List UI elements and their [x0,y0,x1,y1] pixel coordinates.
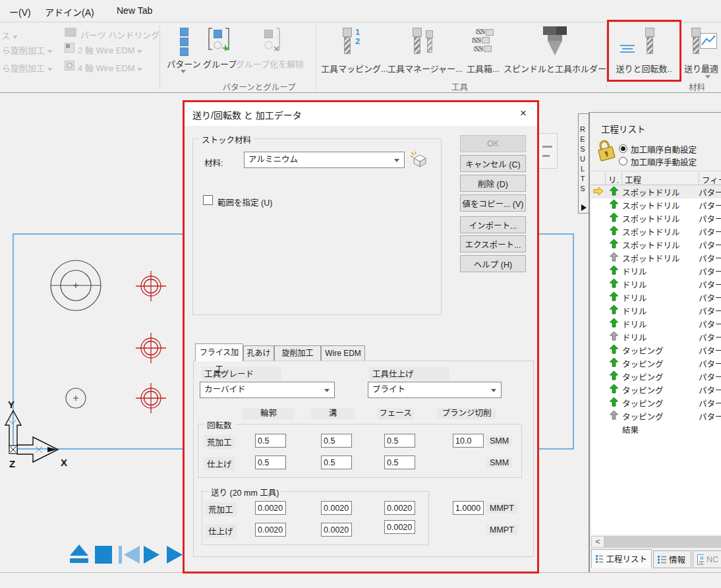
feed-rough-plunge-input[interactable] [453,501,484,515]
operation-name: 結果 [622,423,699,436]
tool-finish-dropdown[interactable]: ブライト [368,382,502,398]
process-row[interactable]: タッピング パターン [591,357,721,370]
copy-values-button[interactable]: 値をコピー... (V) [460,194,526,212]
pattern-button[interactable]: パターン [163,57,204,70]
process-row[interactable]: ドリル パターン [591,278,721,291]
feed-finish-slot-input[interactable] [321,523,352,537]
material-library-icon[interactable] [410,151,427,168]
pattern-dropdown-icon[interactable] [181,70,186,73]
speed-rough-face-input[interactable] [384,434,415,448]
close-button[interactable]: × [509,102,537,125]
header-list[interactable]: リ. [606,171,622,185]
process-row[interactable]: タッピング パターン [591,370,721,383]
feeds-unit-finish: MMPT [486,525,517,535]
order-manual-radio[interactable] [619,157,627,165]
coordinate-axes: Y Z X [5,399,67,469]
wire-edm-2axis-icon [65,43,74,53]
range-checkbox[interactable] [203,195,213,205]
play-to-end-button[interactable] [167,546,183,564]
tab-nc[interactable]: G NC [693,550,721,568]
play-button[interactable] [144,546,159,564]
process-row[interactable]: スポットドリル パターン [591,225,721,238]
cancel-button[interactable]: キャンセル (C) [460,155,526,172]
status-arrow-icon [606,252,622,264]
results-tab[interactable]: RESULTS [578,113,589,214]
tab-process-list-label: 工程リスト [606,552,647,565]
stop-button[interactable] [95,546,112,564]
horizontal-scrollbar[interactable]: < [591,536,721,548]
current-operation-marker [591,252,606,264]
tab-drilling[interactable]: 孔あけ [243,345,274,361]
import-button[interactable]: インポート... [460,216,526,233]
speed-finish-contour-input[interactable] [255,456,286,469]
tool-mapping-button[interactable]: 工具マッピング... [321,62,387,74]
tool-box-button[interactable]: 工具箱... [460,62,506,74]
feeds-unit-rough: MMPT [486,503,517,514]
group-button[interactable]: グループ [203,57,236,70]
feed-rough-face-input[interactable] [384,501,415,515]
operation-name: スポットドリル [622,186,699,198]
tool-grade-dropdown[interactable]: カーバイド [200,382,335,398]
process-row[interactable]: ドリル パターン [591,330,721,343]
dialog-titlebar[interactable]: 送り/回転数 と 加工データ × [185,102,537,126]
export-button[interactable]: エクスポート... [460,235,526,252]
process-row[interactable]: スポットドリル パターン [591,212,721,225]
process-row[interactable]: ドリル パターン [591,304,721,317]
process-row[interactable]: スポットドリル パターン [591,238,721,251]
tool-manager-button[interactable]: 工具マネージャー... [388,62,460,74]
speed-finish-slot-input[interactable] [321,456,352,469]
process-row[interactable]: ドリル パターン [591,264,721,278]
menu-view[interactable]: ー(V) [9,5,31,18]
delete-button[interactable]: 削除 (D) [460,175,526,192]
tab-milling[interactable]: フライス加工 [195,343,243,361]
process-grid-header: リ. 工程 フィーチャー [591,171,721,185]
column-contour: 輪郭 [243,408,295,419]
header-feature[interactable]: フィーチャー [699,171,721,185]
operation-name: ドリル [622,331,699,343]
feature-name: パターン [699,344,721,357]
process-row[interactable]: タッピング パターン [591,383,721,396]
pattern-icon [180,28,188,57]
feature-name: パターン [699,239,721,251]
menu-new-tab[interactable]: New Tab [117,5,152,16]
material-dropdown[interactable]: アルミニウム [244,152,405,168]
tab-wire-edm[interactable]: Wire EDM [321,345,365,361]
tab-process-list[interactable]: 工程リスト [591,549,652,568]
playback-controls[interactable] [66,541,188,568]
process-row[interactable]: スポットドリル パターン [591,185,721,198]
speed-rough-slot-input[interactable] [321,434,352,448]
tab-turning[interactable]: 旋削加工 [274,345,321,361]
speed-rough-plunge-input[interactable] [453,434,484,448]
help-button[interactable]: ヘルプ (H) [460,255,526,272]
menu-addins[interactable]: アドイン(A) [45,5,94,18]
scrollbar-track[interactable] [604,536,721,548]
process-row[interactable]: スポットドリル パターン [591,198,721,212]
process-row[interactable]: ドリル パターン [591,317,721,330]
lock-icon [595,138,616,163]
feature-name: パターン [699,265,721,278]
speed-finish-face-input[interactable] [384,456,415,469]
order-auto-radio[interactable] [619,144,627,153]
feed-optimize-button[interactable]: 送り最適 [684,62,718,74]
process-row[interactable]: ドリル パターン [591,291,721,304]
process-row[interactable]: 結果 [591,423,721,436]
feeds-speeds-button[interactable]: 送りと回転数.. [610,62,678,74]
spindle-holder-button[interactable]: スピンドルと工具ホルダー [504,62,606,74]
feed-rough-contour-input[interactable] [255,501,286,515]
feed-rough-slot-input[interactable] [321,501,352,515]
feed-finish-contour-input[interactable] [255,523,286,537]
tab-info[interactable]: 情報 [653,550,691,568]
expand-arrow-icon[interactable] [581,204,587,211]
process-row[interactable]: タッピング パターン [591,396,721,409]
step-back-button[interactable] [119,546,140,564]
speed-rough-contour-input[interactable] [255,434,286,448]
process-row[interactable]: タッピング パターン [591,343,721,357]
eject-button[interactable] [70,544,88,563]
scroll-left-icon[interactable]: < [591,536,604,548]
feed-optimize-dropdown-icon[interactable] [705,75,710,78]
feed-finish-face-input[interactable] [384,520,415,534]
x-axis-label: X [61,457,67,468]
header-operation[interactable]: 工程 [622,171,699,185]
process-row[interactable]: スポットドリル パターン [591,251,721,264]
process-row[interactable]: タッピング パターン [591,409,721,423]
